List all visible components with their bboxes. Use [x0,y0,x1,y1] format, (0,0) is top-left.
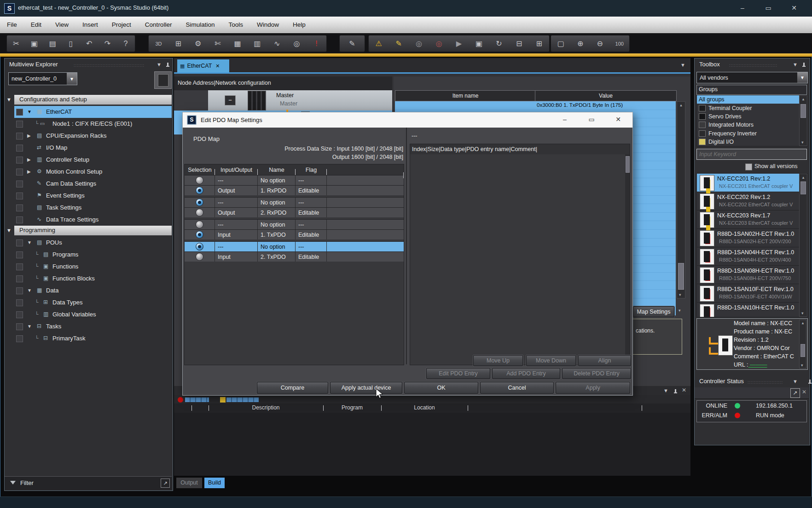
monitor-off-icon[interactable]: ◎ [432,39,446,48]
group-item-terminal-coupler[interactable]: Terminal Coupler [697,104,807,112]
group-item-integrated-motors[interactable]: Integrated Motors [697,121,807,129]
controller-select[interactable]: new_Controller_0 ▼ [8,72,77,85]
tree-item-function-blocks[interactable]: └▣Function Blocks [5,273,172,285]
device-scroll-down-icon[interactable]: ▾ [801,311,804,315]
details-scroll-down-icon[interactable]: ▾ [801,363,803,368]
tab-close-icon[interactable]: ✕ [215,63,220,69]
tree-item-tasks[interactable]: ▼⊟Tasks [5,321,172,333]
tree-checkbox[interactable] [16,323,23,330]
build-icon[interactable]: ⚙ [191,39,205,48]
toolbox-pin-icon[interactable] [802,63,806,68]
groups-scroll-down-icon[interactable]: ▾ [801,140,804,145]
close-button[interactable]: ✕ [783,2,805,14]
map-settings-button[interactable]: Map Settings [633,306,674,317]
device-item[interactable]: R88D-1SAN08H-ECT Rev:1.0R88D-1SAN08H-ECT… [697,266,799,284]
menu-item-insert[interactable]: Insert [75,17,105,33]
scroll-up-icon[interactable]: ▴ [677,103,685,107]
device-item[interactable]: R88D-1SAN02H-ECT Rev:1.0R88D-1SAN02H-ECT… [697,229,799,247]
controller-select-arrow-icon[interactable]: ▼ [66,73,77,85]
device-item[interactable]: R88D-1SAN10H-ECT Rev:1.0 [697,303,799,317]
cross-reference-icon[interactable]: ▥ [250,39,264,48]
tree-checkbox[interactable] [16,204,23,211]
details-url-link[interactable]: ——— [748,362,767,368]
screen2-icon[interactable]: ⊞ [532,39,546,48]
ok-button[interactable]: OK [404,382,478,394]
menu-item-simulation[interactable]: Simulation [179,17,221,33]
dialog-splitter[interactable] [406,128,407,364]
filter-expand-icon[interactable]: ↗ [161,479,170,488]
device-scroll-up-icon[interactable]: ▴ [800,175,807,180]
tree-checkbox[interactable] [16,109,23,116]
tree-item-cam-data-settings[interactable]: ✎Cam Data Settings [5,178,172,190]
tree-item-pous[interactable]: ▼▤POUs [5,237,172,249]
dialog-close-icon[interactable]: ✕ [609,112,627,126]
cs-close-icon[interactable]: ✕ [802,389,806,395]
zoom-in-icon[interactable]: ⊕ [574,39,587,48]
redo-icon[interactable]: ↷ [100,39,114,48]
delete-icon[interactable]: ▯ [64,39,78,48]
cancel-button[interactable]: Cancel [480,382,554,394]
pdo-radio[interactable] [196,187,203,194]
tab-output[interactable]: Output [176,478,202,488]
groups-list[interactable]: All groupsTerminal CouplerServo DrivesIn… [696,95,808,146]
3d-view-icon[interactable]: 3D [151,41,165,47]
filter-bar[interactable]: Filter ↗ [5,476,172,490]
device-item[interactable]: R88D-1SAN04H-ECT Rev:1.0R88D-1SAN04H-ECT… [697,247,799,266]
tree-item-programs[interactable]: └▤Programs [5,249,172,261]
pdo-radio[interactable] [196,176,203,184]
value-list-scrollbar[interactable]: ▴ ▾ [677,101,685,298]
tree-checkbox[interactable] [16,287,23,294]
undo-icon[interactable]: ↶ [82,39,96,48]
device-scrollbar[interactable]: ▴ ▾ [799,174,807,317]
tree-checkbox[interactable] [16,216,23,223]
tree-item-data[interactable]: ▼▦Data [5,285,172,297]
groups-scroll-up-icon[interactable]: ▴ [800,97,807,101]
device-item[interactable]: NX-ECC201 Rev:1.2NX-ECC201 EtherCAT coup… [697,174,799,192]
menu-item-edit[interactable]: Edit [24,17,48,33]
group-item-servo-drives[interactable]: Servo Drives [697,112,807,121]
menu-item-controller[interactable]: Controller [138,17,179,33]
chevron-down-icon[interactable]: ▼ [157,62,162,67]
pdo-row[interactable]: ---No option--- [185,219,404,229]
abort-icon[interactable]: ! [309,40,323,48]
tree-checkbox[interactable] [16,275,23,282]
device-item[interactable]: R88D-1SAN10F-ECT Rev:1.0R88D-1SAN10F-ECT… [697,284,799,303]
build-close-icon[interactable]: ✕ [682,387,686,393]
monitor-icon[interactable]: ◎ [412,39,426,48]
pdo-radio[interactable] [196,209,203,216]
tree-checkbox[interactable] [16,335,23,342]
menu-item-tools[interactable]: Tools [221,17,250,33]
pdo-radio[interactable] [196,199,203,206]
copy-icon[interactable]: ▣ [28,39,41,48]
value-list-row[interactable]: 0x3000:B0 1. TxPDO/1 Byte In (175) [395,101,676,110]
device-item[interactable]: NX-ECC202 Rev:1.2NX-ECC202 EtherCAT coup… [697,192,799,210]
tree-checkbox[interactable] [16,181,23,187]
vendor-select-arrow-icon[interactable]: ▼ [797,72,807,83]
menu-item-window[interactable]: Window [250,17,286,33]
tree-checkbox[interactable] [16,251,23,258]
compare-button[interactable]: Compare [257,382,328,394]
pdo-radio[interactable] [196,253,203,261]
pdo-row[interactable]: Input1. TxPDOEditable [185,229,404,239]
pdo-row[interactable]: ---No option--- [185,197,404,207]
details-scroll-up-icon[interactable]: ▴ [800,321,806,325]
rebuild-icon[interactable]: ✄ [211,39,225,48]
group-item-digital-i-o[interactable]: Digital I/O [697,138,807,146]
tree-item-data-trace-settings[interactable]: ∿Data Trace Settings [5,214,172,226]
edit-mode-icon[interactable]: ✎ [345,39,359,48]
show-all-versions-checkbox[interactable] [745,163,752,170]
help-icon[interactable]: ? [119,40,133,48]
tree-section[interactable]: ▼Configurations and Setup [5,95,172,105]
pdo-row[interactable]: ---No option--- [185,241,404,251]
controller-status-chevron-icon[interactable]: ▼ [793,379,798,384]
apply-actual-device-button[interactable]: Apply actual device [330,382,402,394]
zoom-100-icon[interactable]: 100 [613,41,626,47]
dialog-maximize-icon[interactable]: ▭ [582,112,601,126]
tree-item-i-o-map[interactable]: ⇄I/O Map [5,142,172,154]
tree-checkbox[interactable] [16,133,23,140]
device-item[interactable]: NX-ECC203 Rev:1.7NX-ECC203 EtherCAT coup… [697,210,799,229]
tree-item-node1-cifx-re-ecs-e001-[interactable]: └ ▭Node1 : CIFX RE/ECS (E001) [5,118,172,130]
build-chevron-icon[interactable]: ▼ [663,388,668,393]
pdo-row[interactable]: Output1. RxPDOEditable [185,185,404,195]
select-area-icon[interactable]: ▢ [554,39,568,48]
